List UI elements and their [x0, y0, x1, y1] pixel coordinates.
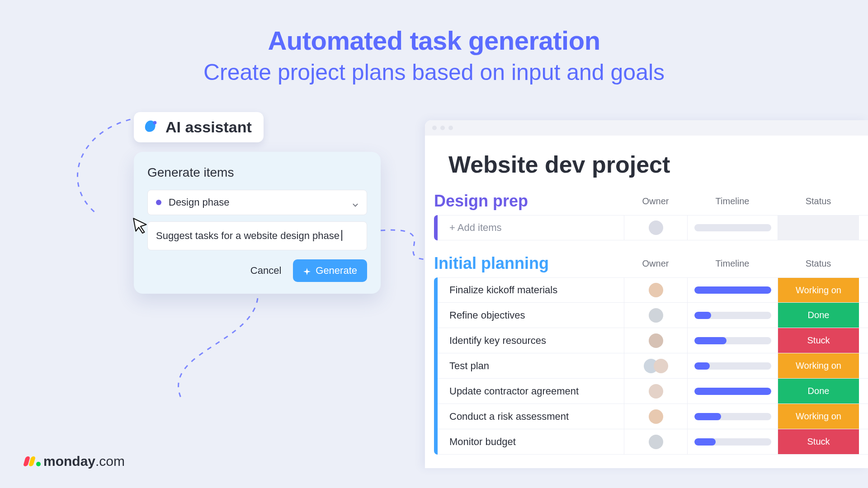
group-design-prep: Design prep Owner Timeline Status + Add …	[425, 192, 868, 254]
owner-cell[interactable]	[624, 216, 687, 240]
table-row[interactable]: Finalize kickoff materialsWorking on	[438, 277, 868, 303]
timeline-cell[interactable]	[687, 404, 778, 429]
timeline-cell[interactable]	[687, 303, 778, 328]
cursor-pointer-icon	[131, 216, 150, 235]
task-name: Identify key resources	[438, 335, 624, 347]
group-name[interactable]: Design prep	[434, 192, 624, 211]
status-cell[interactable]: Working on	[778, 353, 859, 378]
phase-dropdown[interactable]: Design phase	[147, 190, 367, 215]
avatar	[649, 409, 663, 424]
owner-cell[interactable]	[624, 328, 687, 353]
timeline-cell[interactable]	[687, 429, 778, 454]
group-name[interactable]: Initial planning	[434, 254, 624, 273]
add-item-label: + Add items	[438, 222, 624, 234]
timeline-cell[interactable]	[687, 328, 778, 353]
owner-cell[interactable]	[624, 429, 687, 454]
owner-cell[interactable]	[624, 353, 687, 378]
timeline-cell[interactable]	[687, 353, 778, 378]
task-name: Finalize kickoff materials	[438, 284, 624, 296]
avatar	[654, 359, 668, 373]
group-initial-planning: Initial planning Owner Timeline Status F…	[425, 254, 868, 468]
ai-assistant-panel: Generate items Design phase Suggest task…	[134, 152, 381, 294]
board-title: Website dev project	[425, 136, 868, 192]
task-name: Update contractor agreement	[438, 385, 624, 397]
monday-logo-icon	[24, 456, 41, 466]
table-row[interactable]: Refine objectivesDone	[438, 303, 868, 328]
status-cell[interactable]: Done	[778, 379, 859, 404]
column-header-status: Status	[778, 258, 859, 269]
status-cell[interactable]: Working on	[778, 404, 859, 429]
generate-button[interactable]: Generate	[293, 259, 367, 282]
window-chrome	[425, 120, 868, 136]
table-row[interactable]: Update contractor agreementDone	[438, 379, 868, 404]
avatar	[649, 308, 663, 323]
ai-prompt-input[interactable]: Suggest tasks for a website design phase	[147, 221, 367, 250]
task-name: Test plan	[438, 360, 624, 372]
table-row[interactable]: Monitor budgetStuck	[438, 429, 868, 455]
table-row[interactable]: Test planWorking on	[438, 353, 868, 379]
status-cell[interactable]	[778, 216, 859, 240]
headline-subtitle: Create project plans based on input and …	[0, 59, 868, 85]
column-header-owner: Owner	[624, 258, 687, 269]
window-dot	[448, 126, 453, 130]
phase-color-dot	[156, 200, 161, 205]
monday-logo: monday.com	[24, 454, 125, 469]
column-header-owner: Owner	[624, 196, 687, 206]
status-cell[interactable]: Working on	[778, 278, 859, 302]
cancel-button[interactable]: Cancel	[250, 265, 281, 277]
project-board: Website dev project Design prep Owner Ti…	[425, 120, 868, 468]
table-row[interactable]: Identify key resourcesStuck	[438, 328, 868, 353]
headline-title: Automated task generation	[0, 25, 868, 56]
ai-assistant-badge: AI assistant	[134, 112, 264, 142]
timeline-cell[interactable]	[687, 278, 778, 302]
column-header-status: Status	[778, 196, 859, 206]
headline: Automated task generation Create project…	[0, 0, 868, 85]
owner-cell[interactable]	[624, 379, 687, 404]
avatar	[649, 384, 663, 399]
status-cell[interactable]: Done	[778, 303, 859, 328]
phase-dropdown-value: Design phase	[169, 197, 230, 208]
generate-button-label: Generate	[316, 265, 357, 277]
ai-actions: Cancel Generate	[147, 259, 367, 282]
task-name: Monitor budget	[438, 436, 624, 448]
owner-cell[interactable]	[624, 303, 687, 328]
avatar	[649, 435, 663, 449]
timeline-cell[interactable]	[687, 216, 778, 240]
ai-logo-icon	[142, 119, 159, 136]
task-name: Refine objectives	[438, 310, 624, 321]
window-dot	[440, 126, 445, 130]
status-cell[interactable]: Stuck	[778, 328, 859, 353]
column-header-timeline: Timeline	[687, 196, 778, 206]
chevron-down-icon	[352, 199, 359, 206]
avatar	[649, 283, 663, 297]
add-item-row[interactable]: + Add items	[438, 215, 868, 240]
avatar	[649, 333, 663, 348]
owner-cell[interactable]	[624, 278, 687, 302]
avatar-placeholder	[649, 221, 663, 235]
svg-point-0	[153, 121, 157, 124]
timeline-cell[interactable]	[687, 379, 778, 404]
task-name: Conduct a risk assessment	[438, 411, 624, 422]
text-caret	[341, 230, 342, 241]
ai-panel-title: Generate items	[147, 165, 367, 180]
table-row[interactable]: Conduct a risk assessmentWorking on	[438, 404, 868, 429]
owner-cell[interactable]	[624, 404, 687, 429]
ai-badge-label: AI assistant	[165, 118, 252, 136]
sparkle-icon	[303, 267, 311, 275]
window-dot	[432, 126, 437, 130]
column-header-timeline: Timeline	[687, 258, 778, 269]
ai-prompt-text: Suggest tasks for a website design phase	[156, 230, 340, 241]
monday-logo-text: monday.com	[43, 454, 125, 469]
status-cell[interactable]: Stuck	[778, 429, 859, 454]
